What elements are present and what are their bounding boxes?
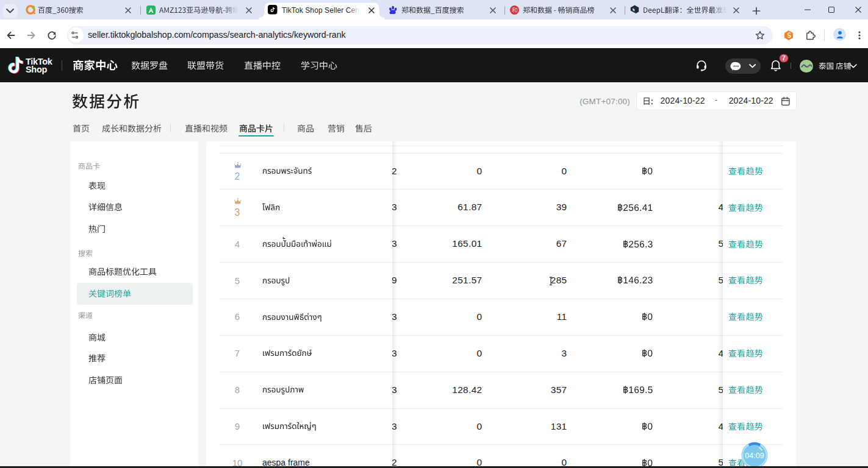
svg-text:04:09: 04:09 xyxy=(745,452,764,460)
